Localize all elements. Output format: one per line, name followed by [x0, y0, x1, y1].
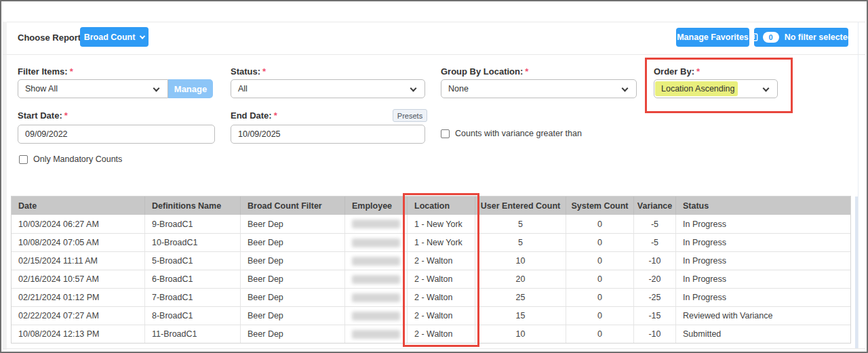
table-cell: 2 - Walton [408, 270, 475, 288]
table-cell: -5 [634, 234, 676, 251]
table-cell: -20 [634, 270, 676, 288]
table-cell: 2 - Walton [408, 307, 475, 325]
manage-favorites-label: Manage Favorites [677, 33, 749, 42]
chevron-down-icon [763, 85, 770, 92]
table-row[interactable]: 02/15/2024 11:11 AM5-BroadC1Beer Dep2 - … [12, 251, 850, 270]
employee-redacted [352, 275, 400, 284]
chevron-down-icon [153, 85, 160, 92]
manage-favorites-button[interactable]: Manage Favorites [676, 28, 749, 47]
presets-button[interactable]: Presets [393, 109, 427, 122]
table-cell: Beer Dep [241, 270, 345, 288]
status-select[interactable]: All [231, 79, 425, 98]
column-header: User Entered Count [475, 196, 566, 215]
mandatory-checkbox-row[interactable]: Only Mandatory Counts [19, 154, 122, 164]
table-cell: 9-BroadC1 [145, 215, 241, 233]
table-cell: 0 [566, 307, 634, 325]
right-edge-line [858, 22, 859, 349]
scrollbar-track[interactable] [855, 196, 858, 348]
table-cell: 10 [475, 252, 566, 270]
chevron-down-icon [140, 33, 145, 39]
chevron-down-icon [410, 85, 417, 92]
table-row[interactable]: 10/03/2024 06:27 AM9-BroadC1Beer Dep1 - … [12, 215, 850, 233]
report-type-dropdown-button[interactable]: Broad Count [80, 27, 149, 47]
start-date-input[interactable] [18, 125, 215, 144]
employee-redacted [352, 257, 400, 266]
table-cell [345, 270, 408, 288]
filter-items-select[interactable]: Show All [18, 79, 168, 98]
table-cell: 7-BroadC1 [145, 289, 241, 306]
table-cell: 8-BroadC1 [145, 307, 241, 325]
table-cell: 02/15/2024 11:11 AM [12, 252, 145, 270]
table-cell: 15 [475, 307, 566, 325]
end-date-input[interactable] [231, 125, 425, 144]
report-type-label: Broad Count [84, 33, 136, 42]
employee-redacted [352, 220, 400, 228]
table-cell: 20 [475, 270, 566, 288]
table-cell [345, 234, 408, 251]
table-row[interactable]: 02/21/2024 01:12 PM7-BroadC1Beer Dep2 - … [12, 288, 850, 306]
table-cell: 5-BroadC1 [145, 252, 241, 270]
table-cell: Submitted [676, 325, 850, 343]
table-cell: 1 - New York [408, 215, 475, 233]
variance-checkbox-row[interactable]: Counts with variance greater than [441, 129, 582, 138]
column-header: Variance [634, 196, 676, 215]
employee-redacted [352, 238, 400, 247]
table-cell: In Progress [676, 270, 850, 288]
manage-label: Manage [174, 84, 207, 94]
table-header-row: DateDefinitions NameBroad Count FilterEm… [12, 196, 850, 215]
end-date-label: End Date:* [231, 110, 277, 121]
table-cell: -15 [634, 307, 676, 325]
employee-redacted [352, 293, 400, 302]
order-by-select[interactable]: Location Ascending [654, 79, 778, 98]
table-cell: Beer Dep [241, 252, 345, 270]
filter-items-label: Filter Items:* [18, 66, 73, 77]
report-window: Choose Report Broad Count Manage Favorit… [0, 0, 868, 353]
status-label: Status:* [231, 66, 266, 77]
column-header: System Count [566, 196, 634, 215]
table-row[interactable]: 10/08/2024 07:05 AM10-BroadC1Beer Dep1 -… [12, 233, 850, 251]
employee-redacted [352, 312, 400, 320]
results-table: DateDefinitions NameBroad Count FilterEm… [11, 196, 851, 344]
table-cell: 02/22/2024 07:27 AM [12, 307, 145, 325]
start-date-label: Start Date:* [18, 110, 68, 121]
manage-filter-items-button[interactable]: Manage [168, 79, 213, 98]
mandatory-checkbox[interactable] [19, 155, 28, 164]
table-row[interactable]: 10/08/2024 12:13 PM11-BroadC1Beer Dep2 -… [12, 325, 850, 343]
group-by-location-label: Group By Location:* [441, 66, 528, 77]
table-cell: Beer Dep [241, 215, 345, 233]
column-header: Location [408, 196, 475, 215]
table-cell: 2 - Walton [408, 252, 475, 270]
column-header: Employee [345, 196, 408, 215]
table-cell: -5 [634, 215, 676, 233]
table-cell: Beer Dep [241, 234, 345, 251]
table-cell: -10 [634, 252, 676, 270]
column-header: Definitions Name [145, 196, 241, 215]
table-cell: 10/08/2024 12:13 PM [12, 325, 145, 343]
panel-bottom-divider [3, 348, 865, 349]
employee-redacted [352, 330, 400, 339]
table-cell: Reviewed with Variance [676, 307, 850, 325]
choose-report-label: Choose Report [18, 33, 81, 43]
table-cell: 2 - Walton [408, 289, 475, 306]
order-by-label: Order By:* [654, 66, 700, 77]
chevron-down-icon [622, 85, 629, 92]
header-divider [3, 54, 865, 55]
filter-count-badge: 0 [763, 32, 779, 43]
table-cell: 0 [566, 270, 634, 288]
table-cell: In Progress [676, 289, 850, 306]
filter-icon [750, 33, 759, 42]
variance-checkbox[interactable] [441, 129, 450, 138]
table-cell [345, 289, 408, 306]
table-cell: 02/21/2024 01:12 PM [12, 289, 145, 306]
table-row[interactable]: 02/16/2024 10:57 AM6-BroadC1Beer Dep2 - … [12, 270, 850, 288]
filter-status-button[interactable]: 0 No filter selected [754, 28, 848, 47]
table-cell [345, 252, 408, 270]
table-cell: 0 [566, 234, 634, 251]
table-cell: 11-BroadC1 [145, 325, 241, 343]
panel-top-divider [3, 22, 865, 22]
table-cell: -25 [634, 289, 676, 306]
column-header: Date [12, 196, 145, 215]
group-by-location-select[interactable]: None [441, 79, 637, 98]
table-row[interactable]: 02/22/2024 07:27 AM8-BroadC1Beer Dep2 - … [12, 306, 850, 325]
table-cell: In Progress [676, 252, 850, 270]
